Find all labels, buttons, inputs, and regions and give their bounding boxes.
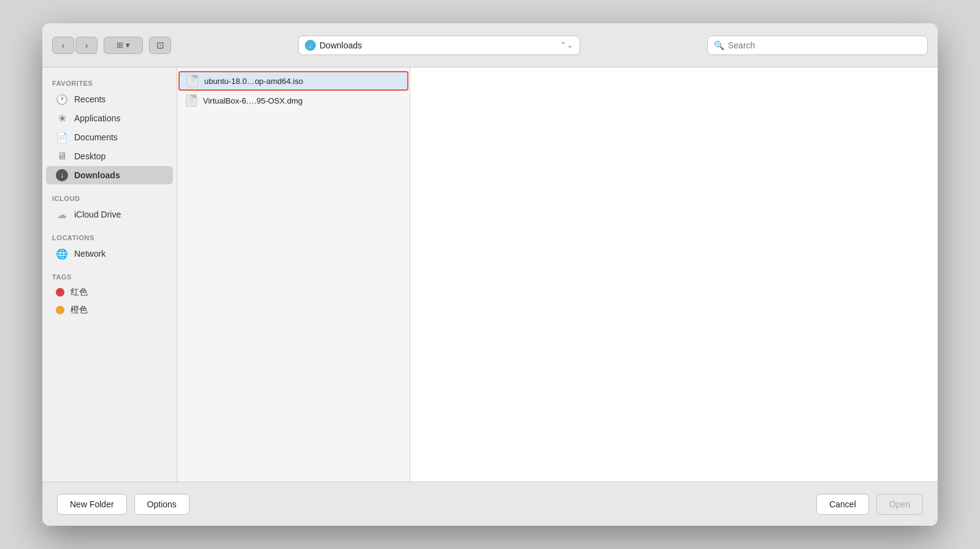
- search-input[interactable]: [728, 40, 921, 50]
- new-folder-button[interactable]: New Folder: [57, 494, 127, 515]
- cancel-button[interactable]: Cancel: [816, 494, 869, 515]
- desktop-label: Desktop: [74, 151, 105, 161]
- sidebar-item-downloads[interactable]: ↓ Downloads: [46, 166, 173, 184]
- icloud-section-label: iCloud: [42, 190, 177, 205]
- view-icon: ⊞: [117, 40, 123, 50]
- view-chevron-icon: ▾: [126, 40, 130, 50]
- documents-label: Documents: [74, 132, 118, 142]
- location-title: Downloads: [320, 40, 560, 50]
- file-area: ubuntu-18.0…op-amd64.iso VirtualBox-6.…9…: [177, 67, 938, 482]
- documents-icon: 📄: [56, 131, 68, 143]
- view-button[interactable]: ⊞ ▾: [104, 37, 143, 54]
- file-icon-virtualbox: [186, 94, 197, 107]
- sidebar-item-recents[interactable]: 🕐 Recents: [46, 90, 173, 108]
- applications-label: Applications: [74, 113, 121, 123]
- favorites-section-label: Favorites: [42, 75, 177, 89]
- location-chevrons-icon: ⌃⌄: [560, 40, 573, 50]
- sidebar: Favorites 🕐 Recents ✳ Applications 📄 Doc…: [42, 67, 177, 482]
- recents-icon: 🕐: [56, 93, 68, 105]
- downloads-label: Downloads: [74, 170, 120, 180]
- location-bar[interactable]: ↓ Downloads ⌃⌄: [298, 36, 580, 55]
- search-icon: 🔍: [714, 40, 724, 50]
- location-cloud-icon: ↓: [305, 40, 316, 51]
- locations-section-label: Locations: [42, 229, 177, 244]
- nav-group: ‹ ›: [52, 37, 98, 54]
- recents-label: Recents: [74, 94, 105, 104]
- tag-red-label: 红色: [71, 287, 88, 298]
- back-button[interactable]: ‹: [52, 37, 74, 54]
- sidebar-item-documents[interactable]: 📄 Documents: [46, 128, 173, 146]
- desktop-icon: 🖥: [56, 150, 68, 162]
- network-label: Network: [74, 249, 105, 259]
- tag-red-dot: [56, 288, 64, 297]
- bottom-bar: New Folder Options Cancel Open: [42, 482, 938, 526]
- new-folder-toolbar-button[interactable]: ⊡: [149, 37, 171, 54]
- tag-orange-dot: [56, 306, 64, 314]
- sidebar-item-tag-red[interactable]: 红色: [46, 284, 173, 301]
- sidebar-item-applications[interactable]: ✳ Applications: [46, 109, 173, 127]
- new-folder-icon: ⊡: [156, 40, 164, 51]
- applications-icon: ✳: [56, 112, 68, 124]
- downloads-icon: ↓: [56, 169, 68, 181]
- content-area: [410, 67, 938, 482]
- file-icon-ubuntu: [187, 75, 198, 87]
- sidebar-item-tag-orange[interactable]: 橙色: [46, 301, 173, 319]
- forward-button[interactable]: ›: [75, 37, 98, 54]
- file-name-virtualbox: VirtualBox-6.…95-OSX.dmg: [203, 96, 302, 105]
- icloud-drive-label: iCloud Drive: [74, 210, 121, 219]
- toolbar: ‹ › ⊞ ▾ ⊡ ↓ Downloads ⌃⌄ 🔍: [42, 23, 938, 67]
- file-item-ubuntu[interactable]: ubuntu-18.0…op-amd64.iso: [178, 71, 408, 91]
- search-bar[interactable]: 🔍: [707, 36, 928, 55]
- options-button[interactable]: Options: [134, 494, 189, 515]
- sidebar-item-network[interactable]: 🌐 Network: [46, 244, 173, 263]
- open-button[interactable]: Open: [876, 494, 923, 515]
- tag-orange-label: 橙色: [71, 305, 88, 316]
- file-pane: ubuntu-18.0…op-amd64.iso VirtualBox-6.…9…: [177, 67, 410, 482]
- icloud-icon: ☁: [56, 208, 68, 221]
- sidebar-item-desktop[interactable]: 🖥 Desktop: [46, 147, 173, 165]
- main-area: Favorites 🕐 Recents ✳ Applications 📄 Doc…: [42, 67, 938, 482]
- network-icon: 🌐: [56, 248, 68, 260]
- tags-section-label: Tags: [42, 268, 177, 283]
- file-name-ubuntu: ubuntu-18.0…op-amd64.iso: [204, 77, 303, 86]
- file-item-virtualbox[interactable]: VirtualBox-6.…95-OSX.dmg: [177, 91, 410, 110]
- sidebar-item-icloud-drive[interactable]: ☁ iCloud Drive: [46, 205, 173, 224]
- file-dialog: ‹ › ⊞ ▾ ⊡ ↓ Downloads ⌃⌄ 🔍 Favorites: [42, 23, 938, 526]
